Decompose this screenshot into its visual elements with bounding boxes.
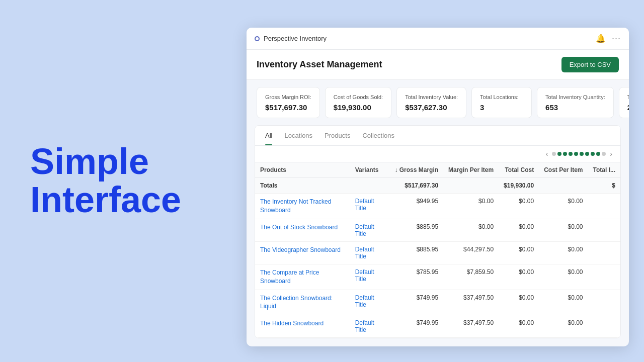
total-cost: $0.00 — [499, 315, 539, 338]
gross-margin: $885.95 — [389, 219, 443, 241]
main-card: All Locations Products Collections ‹ › — [255, 125, 621, 338]
stat-label: Total Inventory Value: — [405, 94, 458, 101]
stat-card-gross-margin-roi: Gross Margin ROI: $517,697.30 — [257, 87, 320, 118]
hero-text: Simple Interface — [30, 143, 221, 219]
cost-per-item: $0.00 — [539, 315, 588, 338]
gross-margin: $749.95 — [389, 315, 443, 338]
total-i — [588, 194, 620, 219]
tab-title: Perspective Inventory — [264, 35, 327, 42]
bell-icon[interactable]: 🔔 — [596, 34, 606, 43]
table-row: The Hidden Snowboard Default Title $749.… — [255, 315, 620, 338]
pagination-dot[interactable] — [574, 152, 578, 156]
pagination-next[interactable]: › — [608, 149, 614, 159]
product-name: The Inventory Not Tracked Snowboard — [255, 194, 350, 219]
totals-row: Totals $517,697.30 $19,930.00 $ — [255, 178, 620, 194]
title-bar-left: Perspective Inventory — [255, 35, 327, 42]
hero-line2: Interface — [30, 181, 221, 219]
stat-label: Cost of Goods Sold: — [334, 94, 383, 101]
pagination-dot[interactable] — [580, 152, 584, 156]
pagination-dot[interactable] — [585, 152, 589, 156]
total-i — [588, 290, 620, 315]
tab-collections[interactable]: Collections — [362, 126, 394, 145]
tab-all[interactable]: All — [265, 126, 272, 145]
pagination-dot[interactable] — [552, 152, 556, 156]
totals-label: Totals — [255, 178, 350, 194]
variant-name: Default Title — [350, 241, 390, 264]
pagination-dots — [552, 152, 606, 156]
table-row: The Videographer Snowboard Default Title… — [255, 241, 620, 264]
table-row: The Collection Snowboard: Liquid Default… — [255, 290, 620, 315]
pagination-dot[interactable] — [596, 152, 600, 156]
stat-label: Total Collections: — [627, 94, 629, 101]
more-options-icon[interactable]: ··· — [612, 33, 621, 44]
cost-per-item: $0.00 — [539, 290, 588, 315]
pagination-dot[interactable] — [563, 152, 567, 156]
totals-variants — [350, 178, 390, 194]
totals-margin-per-item — [443, 178, 499, 194]
stat-value: 653 — [545, 103, 605, 112]
export-csv-button[interactable]: Export to CSV — [561, 57, 619, 72]
col-total-cost: Total Cost — [499, 162, 539, 178]
variant-name: Default Title — [350, 194, 390, 219]
stats-row: Gross Margin ROI: $517,697.30 Cost of Go… — [247, 80, 629, 125]
tab-locations[interactable]: Locations — [284, 126, 312, 145]
stat-card-collections: Total Collections: 2 — [619, 87, 629, 118]
total-cost: $0.00 — [499, 290, 539, 315]
stat-card-inventory-quantity: Total Inventory Quantity: 653 — [537, 87, 614, 118]
cost-per-item: $0.00 — [539, 194, 588, 219]
total-cost: $0.00 — [499, 241, 539, 264]
pagination-dot[interactable] — [569, 152, 573, 156]
stat-label: Total Inventory Quantity: — [545, 94, 605, 101]
stat-card-locations: Total Locations: 3 — [471, 87, 532, 118]
variant-name: Default Title — [350, 219, 390, 241]
tab-indicator — [255, 36, 260, 41]
variant-name: Default Title — [350, 264, 390, 290]
totals-cost-per-item — [539, 178, 588, 194]
variant-name: Default Title — [350, 315, 390, 338]
totals-total-cost: $19,930.00 — [499, 178, 539, 194]
margin-per-item: $0.00 — [443, 194, 499, 219]
stat-label: Gross Margin ROI: — [265, 94, 311, 101]
cost-per-item: $0.00 — [539, 264, 588, 290]
product-name: The Hidden Snowboard — [255, 315, 350, 338]
col-total-i: Total I... — [588, 162, 620, 178]
product-name: The Videographer Snowboard — [255, 241, 350, 264]
variant-name: Default Title — [350, 290, 390, 315]
margin-per-item: $37,497.50 — [443, 315, 499, 338]
pagination-dot[interactable] — [591, 152, 595, 156]
cost-per-item: $0.00 — [539, 241, 588, 264]
total-i — [588, 315, 620, 338]
inventory-table: Products Variants ↓ Gross Margin Margin … — [255, 162, 620, 338]
app-container: Perspective Inventory 🔔 ··· Inventory As… — [247, 28, 629, 346]
total-i — [588, 241, 620, 264]
title-bar-right: 🔔 ··· — [596, 33, 621, 44]
stat-card-inventory-value: Total Inventory Value: $537,627.30 — [396, 87, 466, 118]
product-name: The Compare at Price Snowboard — [255, 264, 350, 290]
table-wrapper: Products Variants ↓ Gross Margin Margin … — [255, 162, 620, 338]
stat-label: Total Locations: — [480, 94, 523, 101]
gross-margin: $949.95 — [389, 194, 443, 219]
margin-per-item: $44,297.50 — [443, 241, 499, 264]
tab-products[interactable]: Products — [325, 126, 350, 145]
stat-value: $517,697.30 — [265, 103, 311, 112]
stat-value: $19,930.00 — [334, 103, 383, 112]
table-row: The Compare at Price Snowboard Default T… — [255, 264, 620, 290]
gross-margin: $885.95 — [389, 241, 443, 264]
hero-line1: Simple — [30, 143, 221, 181]
margin-per-item: $0.00 — [443, 219, 499, 241]
totals-gross-margin: $517,697.30 — [389, 178, 443, 194]
page-header: Inventory Asset Management Export to CSV — [247, 50, 629, 80]
stat-value: $537,627.30 — [405, 103, 458, 112]
total-i — [588, 219, 620, 241]
col-variants: Variants — [350, 162, 390, 178]
col-gross-margin[interactable]: ↓ Gross Margin — [389, 162, 443, 178]
total-cost: $0.00 — [499, 264, 539, 290]
gross-margin: $785.95 — [389, 264, 443, 290]
pagination-prev[interactable]: ‹ — [544, 149, 550, 159]
pagination-row: ‹ › — [255, 146, 620, 162]
total-cost: $0.00 — [499, 194, 539, 219]
pagination-dot[interactable] — [602, 152, 606, 156]
stat-value: 2 — [627, 103, 629, 112]
pagination-dot[interactable] — [557, 152, 561, 156]
margin-per-item: $37,497.50 — [443, 290, 499, 315]
